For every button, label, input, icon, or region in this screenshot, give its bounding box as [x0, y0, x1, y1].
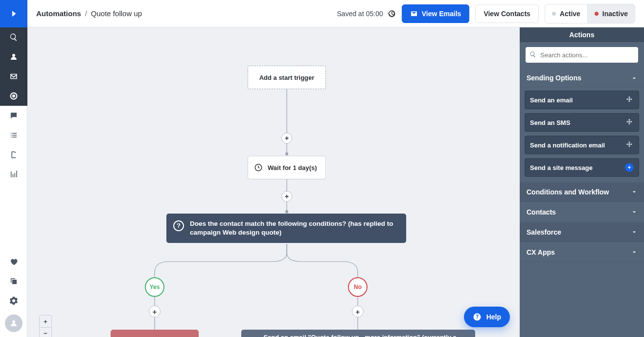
saved-text: Saved at 05:00	[337, 10, 383, 18]
logo[interactable]	[0, 0, 27, 27]
list-icon	[9, 131, 18, 140]
move-icon	[625, 96, 634, 104]
view-contacts-button[interactable]: View Contacts	[475, 4, 538, 23]
nav-campaigns[interactable]	[0, 67, 27, 86]
breadcrumb-root[interactable]: Automations	[36, 9, 81, 18]
start-trigger-node[interactable]: Add a start trigger	[248, 66, 326, 89]
action-label: Send an email	[530, 96, 573, 104]
status-active-label: Active	[560, 10, 580, 18]
status-inactive[interactable]: Inactive	[587, 4, 635, 23]
action-send-email[interactable]: Send an email	[525, 91, 639, 109]
section-label: Sending Options	[527, 74, 581, 82]
saved-status: Saved at 05:00	[337, 9, 396, 18]
section-conditions-workflow[interactable]: Conditions and Workflow	[520, 182, 644, 202]
branch-yes[interactable]: Yes	[145, 277, 164, 297]
mail-icon	[410, 10, 418, 18]
actions-search	[526, 47, 638, 63]
status-toggle: Active Inactive	[545, 4, 635, 24]
nav-search[interactable]	[0, 27, 27, 47]
condition-node[interactable]: ? Does the contact match the following c…	[166, 214, 406, 243]
nav-reports[interactable]	[0, 165, 27, 184]
chat-icon	[9, 111, 18, 120]
nav-contacts[interactable]	[0, 47, 27, 67]
history-icon[interactable]	[387, 9, 396, 18]
status-inactive-label: Inactive	[602, 10, 628, 18]
chevron-down-icon	[631, 249, 637, 255]
topbar: Automations / Quote follow up Saved at 0…	[27, 0, 644, 27]
chevron-down-icon	[631, 209, 637, 215]
chevron-down-icon	[631, 189, 637, 195]
question-icon: ?	[173, 220, 184, 231]
add-step-button-2[interactable]: +	[281, 191, 292, 202]
mail-icon	[9, 72, 18, 81]
heart-icon	[9, 257, 18, 266]
chevron-down-icon	[631, 229, 637, 235]
target-icon	[9, 92, 18, 100]
clock-icon	[254, 163, 263, 172]
action-label: Send a site message	[530, 164, 593, 171]
actions-panel: Actions Sending Options Send a	[520, 27, 644, 337]
end-automation-node[interactable]: End this automation	[111, 330, 199, 337]
document-icon	[9, 150, 18, 159]
avatar[interactable]	[5, 314, 23, 332]
nav-conversations[interactable]	[0, 106, 27, 125]
wait-node[interactable]: Wait for 1 day(s)	[248, 156, 326, 179]
copy-icon	[9, 277, 18, 286]
send-email-node[interactable]: Send an email "Quote follow up - more in…	[241, 330, 475, 337]
svg-point-10	[285, 210, 288, 213]
search-icon	[529, 51, 536, 58]
sidebar	[0, 0, 27, 337]
chevron-up-icon	[631, 75, 637, 81]
view-emails-button[interactable]: View Emails	[402, 4, 470, 23]
help-label: Help	[486, 313, 501, 321]
status-dot-inactive	[595, 12, 598, 16]
zoom-controls: + −	[39, 315, 52, 337]
add-step-no[interactable]: +	[352, 306, 364, 317]
action-label: Send an SMS	[530, 119, 570, 126]
section-label: CX Apps	[527, 248, 555, 256]
view-emails-label: View Emails	[422, 10, 461, 18]
action-send-site-message[interactable]: Send a site message +	[525, 158, 639, 177]
start-trigger-label: Add a start trigger	[259, 74, 315, 81]
wait-label: Wait for 1 day(s)	[268, 164, 317, 171]
add-step-button-1[interactable]: +	[281, 133, 292, 144]
action-label: Send a notification email	[530, 142, 605, 149]
section-cx-apps[interactable]: CX Apps	[520, 242, 644, 262]
section-salesforce[interactable]: Salesforce	[520, 222, 644, 242]
gear-icon	[9, 296, 18, 305]
zoom-in[interactable]: +	[40, 315, 51, 327]
users-icon	[9, 52, 18, 61]
send-email-label: Send an email "Quote follow up - more in…	[263, 334, 468, 337]
section-label: Contacts	[527, 208, 556, 216]
help-icon	[473, 313, 482, 321]
section-sending-options[interactable]: Sending Options	[520, 68, 644, 88]
condition-label: Does the contact match the following con…	[190, 219, 399, 237]
actions-title: Actions	[520, 27, 644, 42]
nav-favorites[interactable]	[0, 252, 27, 271]
actions-search-input[interactable]	[526, 47, 638, 63]
nav-lists[interactable]	[0, 125, 27, 145]
section-contacts[interactable]: Contacts	[520, 202, 644, 222]
branch-no[interactable]: No	[348, 277, 368, 297]
zoom-out[interactable]: −	[40, 327, 51, 337]
nav-settings[interactable]	[0, 291, 27, 311]
nav-automations[interactable]	[0, 86, 27, 106]
chevron-right-icon	[9, 9, 18, 18]
action-send-notification[interactable]: Send a notification email	[525, 136, 639, 154]
nav-duplicate[interactable]	[0, 271, 27, 291]
section-label: Salesforce	[527, 228, 561, 236]
plus-icon: +	[625, 163, 634, 172]
help-button[interactable]: Help	[464, 307, 510, 327]
move-icon	[625, 118, 634, 127]
branch-no-label: No	[354, 284, 362, 290]
svg-point-9	[285, 152, 288, 155]
move-icon	[625, 141, 634, 149]
status-dot-active	[552, 12, 556, 16]
add-step-yes[interactable]: +	[149, 306, 161, 317]
automation-canvas[interactable]: Add a start trigger + Wait for 1 day(s) …	[27, 27, 520, 337]
action-send-sms[interactable]: Send an SMS	[525, 113, 639, 132]
status-active[interactable]: Active	[545, 4, 587, 23]
chart-icon	[9, 170, 18, 179]
nav-forms[interactable]	[0, 145, 27, 165]
user-icon	[9, 319, 18, 328]
